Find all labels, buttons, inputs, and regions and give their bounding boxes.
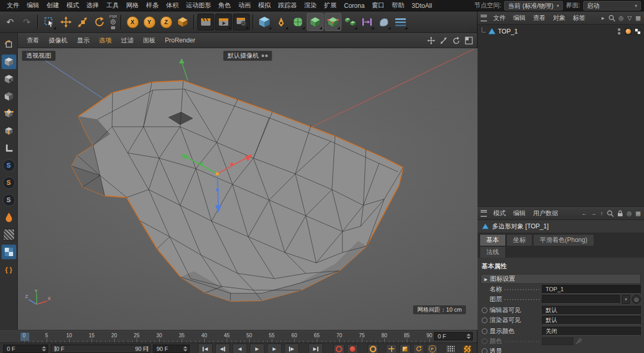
psr-mini-buttons[interactable]: PSR (108, 14, 118, 30)
menu-mesh[interactable]: 网格 (123, 1, 142, 10)
display-color-dropdown[interactable]: 关闭 (542, 327, 641, 336)
live-selection-button[interactable] (41, 14, 57, 30)
spinner-arrows-icon[interactable] (467, 334, 471, 339)
om-menu-objects[interactable]: 对象 (550, 14, 569, 23)
history-back-icon[interactable]: ← (581, 210, 587, 216)
menu-corona[interactable]: Corona (340, 2, 368, 9)
uv-checker-button[interactable] (2, 245, 16, 259)
toggle-views-icon[interactable] (464, 36, 473, 45)
subdivision-surface-button[interactable] (290, 14, 306, 30)
preview-range-slider[interactable]: 0 F 90 F (51, 345, 150, 353)
interface-dropdown[interactable]: 启动 ▾ (583, 1, 641, 10)
spinner-arrows-icon[interactable] (183, 346, 187, 351)
search-icon[interactable] (608, 15, 615, 21)
ruler-frame-field[interactable]: 0 F (434, 332, 473, 340)
keyframe-circle-icon[interactable] (482, 317, 487, 323)
vp-menu-panel[interactable]: 面板 (138, 36, 160, 45)
goto-start-button[interactable]: ◀ (198, 344, 213, 353)
pan-view-icon[interactable] (427, 36, 435, 45)
lock-y-axis-button[interactable]: Y (141, 14, 157, 30)
point-mode-button[interactable] (2, 106, 16, 121)
menu-tools[interactable]: 工具 (103, 1, 123, 10)
menu-create[interactable]: 创建 (43, 1, 63, 10)
vp-menu-display[interactable]: 显示 (72, 36, 94, 45)
am-menu-userdata[interactable]: 用户数据 (530, 209, 561, 218)
layer-browser-button[interactable]: ◎ (632, 295, 641, 304)
om-menu-edit[interactable]: 编辑 (510, 14, 529, 23)
om-menu-view[interactable]: 查看 (530, 14, 549, 23)
more-menus-icon[interactable]: ▸ (602, 15, 605, 21)
script-bracket-button[interactable]: { } (2, 262, 16, 277)
menu-tracker[interactable]: 跟踪器 (274, 1, 301, 10)
next-frame-button[interactable]: ▶ (267, 344, 282, 353)
menu-animate[interactable]: 动画 (235, 1, 254, 10)
current-frame-field[interactable]: 0 F (3, 345, 48, 353)
keyframe-circle-icon[interactable] (482, 307, 487, 313)
layout-grid-icon[interactable]: ▦ (636, 210, 641, 217)
viewport-canvas[interactable]: 透视视图 默认摄像机 网格间距：10 cm Y (18, 48, 478, 330)
menu-render[interactable]: 渲染 (301, 1, 320, 10)
autokey-button[interactable] (347, 344, 358, 353)
tab-normals[interactable]: 法线 (480, 246, 506, 258)
edge-mode-button[interactable] (2, 124, 16, 138)
move-tool-button[interactable] (58, 14, 74, 30)
om-menu-file[interactable]: 文件 (490, 14, 509, 23)
timeline-ruler[interactable]: 0 5 10 15 20 25 30 35 40 45 50 55 60 65 … (0, 330, 477, 343)
next-key-button[interactable]: ▶ (284, 344, 299, 353)
snap-badge-orange-button[interactable]: S (2, 175, 16, 190)
menu-window[interactable]: 窗口 (368, 1, 388, 10)
menu-help[interactable]: 帮助 (388, 1, 408, 10)
goto-end-button[interactable]: ▶ (308, 344, 323, 353)
play-button[interactable]: ▶ (250, 344, 264, 353)
render-settings-button[interactable] (233, 14, 250, 30)
modifier-button[interactable] (376, 14, 392, 30)
camera-label-chip[interactable]: 默认摄像机 (224, 51, 272, 61)
tab-phong[interactable]: 平滑着色(Phong) (533, 234, 594, 246)
record-scale-toggle[interactable] (399, 344, 410, 353)
menu-select[interactable]: 选择 (83, 1, 103, 10)
menu-volume[interactable]: 体积 (162, 1, 182, 10)
make-editable-button[interactable] (2, 37, 16, 52)
keyframe-circle-icon[interactable] (482, 328, 487, 334)
gizmo-origin[interactable] (216, 172, 219, 175)
layer-dropdown-arrow[interactable]: ▾ (622, 295, 630, 304)
model-mode-button[interactable] (2, 54, 16, 69)
vp-menu-options[interactable]: 选项 (94, 36, 116, 45)
object-name[interactable]: TOP_1 (498, 28, 518, 35)
record-position-toggle[interactable] (386, 344, 397, 353)
vp-menu-prorender[interactable]: ProRender (160, 37, 200, 44)
max-frame-field[interactable]: 90 F (153, 345, 190, 353)
menu-character[interactable]: 角色 (215, 1, 235, 10)
snap-badge-gray-button[interactable]: S (2, 193, 16, 207)
menu-edit[interactable]: 编辑 (23, 1, 43, 10)
menu-extensions[interactable]: 扩展 (320, 1, 340, 10)
uvw-tag-icon[interactable] (634, 28, 641, 35)
render-visibility-dropdown[interactable]: 默认 (542, 316, 641, 325)
spinner-arrows-icon[interactable] (42, 346, 46, 351)
rotate-tool-button[interactable] (92, 14, 107, 30)
visibility-dots[interactable] (618, 28, 620, 35)
editor-visibility-dropdown[interactable]: 默认 (542, 306, 641, 315)
menu-simulate[interactable]: 模拟 (254, 1, 274, 10)
panel-menu-icon[interactable] (481, 210, 487, 217)
point-level-animation-button[interactable] (445, 344, 456, 353)
filter-icon[interactable]: ▽ (627, 15, 631, 21)
snap-badge-blue-button[interactable]: S (2, 158, 16, 173)
dolly-view-icon[interactable] (439, 36, 448, 45)
am-menu-mode[interactable]: 模式 (490, 209, 509, 218)
modeling-tool-button[interactable] (325, 13, 341, 31)
om-menu-tags[interactable]: 标签 (570, 14, 589, 23)
tab-coordinates[interactable]: 坐标 (506, 234, 532, 246)
previous-frame-button[interactable]: ◀ (232, 344, 247, 353)
previous-key-button[interactable]: ◀ (215, 344, 230, 353)
am-menu-edit[interactable]: 编辑 (510, 209, 529, 218)
record-active-objects-button[interactable] (334, 344, 345, 353)
menu-mode[interactable]: 模式 (63, 1, 83, 10)
view-label[interactable]: 透视视图 (22, 51, 55, 61)
texture-mode-button[interactable] (2, 72, 16, 86)
lock-x-axis-button[interactable]: X (125, 14, 140, 30)
spline-pen-button[interactable] (273, 14, 289, 30)
generator-button[interactable] (307, 13, 324, 31)
panel-menu-icon[interactable] (481, 15, 487, 21)
coordinate-system-button[interactable] (175, 14, 191, 30)
